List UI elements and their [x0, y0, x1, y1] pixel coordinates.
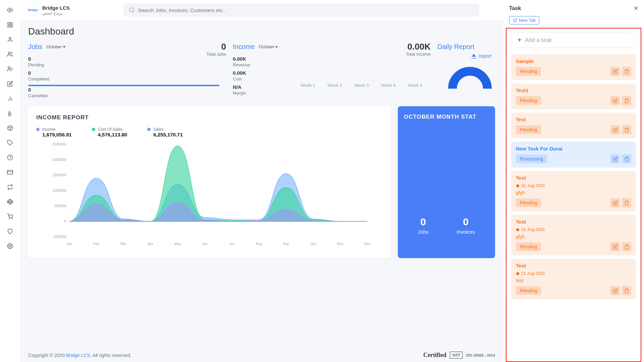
close-icon[interactable]: × — [634, 4, 638, 13]
chevron-down-icon: ▾ — [275, 44, 278, 49]
daily-report-title: Daily Report — [437, 43, 474, 51]
week-label: Week 5 — [408, 83, 422, 98]
income-report-card: INCOME REPORT Income1,679,056.91Cost Of … — [28, 106, 390, 258]
add-task-placeholder: Add a task — [525, 37, 552, 44]
brand-arabic: بريدج لسس — [42, 11, 70, 15]
brand[interactable]: Bridge Bridge LCS بريدج لسس — [27, 4, 70, 16]
task-desc: gfyh — [516, 190, 631, 195]
trash-icon — [624, 98, 629, 103]
task-title: Test — [516, 117, 631, 122]
grid-icon[interactable] — [6, 21, 14, 29]
chevron-down-icon: ▾ — [63, 44, 65, 49]
legend-name: Cost Of Sales — [98, 127, 123, 132]
svg-text:Apr: Apr — [148, 242, 153, 246]
delete-task-button[interactable] — [622, 96, 631, 105]
edit-icon — [613, 98, 618, 103]
edit-task-button[interactable] — [610, 125, 620, 134]
delete-task-button[interactable] — [622, 154, 631, 164]
jobs-month-dropdown[interactable]: October ▾ — [46, 44, 65, 49]
income-stat-label: Margin — [233, 90, 250, 96]
legend-dot — [92, 128, 95, 131]
add-task-input[interactable]: + Add a task — [511, 33, 636, 48]
shield-icon[interactable] — [6, 227, 14, 235]
cart-icon[interactable] — [6, 213, 14, 221]
user-plus-icon[interactable] — [6, 65, 14, 73]
daily-gauge: 0-3 — [448, 56, 492, 79]
task-card: Test 23, Aug 2020test Pending — [511, 259, 636, 299]
delete-task-button[interactable] — [622, 242, 631, 251]
svg-rect-1 — [8, 22, 9, 24]
users-icon[interactable] — [6, 50, 14, 58]
task-title: Test — [516, 175, 631, 181]
svg-point-56 — [516, 228, 519, 231]
footer: Copyright © 2020 Bridge LCS. All rights … — [28, 352, 495, 359]
delete-task-button[interactable] — [622, 286, 631, 295]
task-title: Test — [516, 263, 631, 268]
svg-line-54 — [515, 19, 517, 21]
page-title: Dashboard — [28, 26, 495, 37]
edit-task-button[interactable] — [610, 242, 620, 251]
svg-rect-3 — [11, 25, 12, 27]
edit-icon[interactable] — [6, 80, 14, 88]
edit-task-button[interactable] — [610, 286, 620, 295]
income-month-dropdown[interactable]: October ▾ — [259, 44, 278, 49]
week-label: Week 3 — [354, 83, 369, 98]
income-stat-value: 0.00K — [233, 56, 250, 62]
delete-task-button[interactable] — [622, 198, 631, 207]
svg-point-57 — [516, 272, 519, 275]
job-stat-value: 0 — [28, 87, 233, 93]
trash-icon — [624, 69, 629, 74]
codepen-icon[interactable] — [6, 198, 14, 206]
edit-task-button[interactable] — [610, 198, 620, 207]
brand-name: Bridge LCS — [42, 5, 70, 11]
task-title: Sample — [516, 58, 631, 64]
new-tab-button[interactable]: New Tab — [509, 16, 539, 24]
refresh-icon[interactable] — [6, 183, 14, 191]
jobs-total-label: Total Jobs — [206, 52, 226, 57]
chart-icon[interactable] — [6, 95, 14, 103]
search-input[interactable] — [138, 7, 474, 13]
search-box[interactable] — [123, 3, 479, 17]
income-title: Income — [233, 43, 255, 51]
svg-text:Oct: Oct — [310, 242, 316, 246]
trash-icon — [624, 127, 629, 132]
svg-text:Sep: Sep — [283, 242, 289, 246]
edit-icon — [613, 69, 618, 74]
edit-task-button[interactable] — [610, 96, 620, 105]
task-desc: test — [516, 278, 631, 283]
task-status-badge: Pending — [516, 286, 541, 295]
svg-point-6 — [8, 52, 10, 54]
main-content: Dashboard Jobs October ▾ 0 Total Jobs 0P… — [20, 20, 503, 362]
clock-icon[interactable] — [6, 154, 14, 162]
svg-text:Jul: Jul — [229, 242, 234, 246]
income-section: Income October ▾ 0.00K Total Income 0.00… — [233, 43, 437, 100]
eye-icon[interactable] — [6, 6, 14, 14]
svg-text:2000000: 2000000 — [52, 158, 66, 162]
search-icon — [129, 7, 135, 13]
svg-text:Jan: Jan — [66, 242, 72, 246]
month-stat-value: 0 — [418, 216, 429, 228]
legend-dot — [36, 128, 40, 131]
job-stat-label: Pending — [28, 62, 233, 67]
box-icon[interactable] — [6, 124, 14, 132]
task-date: 18, Aug 2020 — [516, 227, 631, 232]
month-stat-value: 0 — [457, 216, 475, 228]
edit-task-button[interactable] — [610, 67, 620, 76]
tag-icon[interactable] — [6, 139, 14, 147]
font-icon[interactable] — [6, 109, 14, 117]
user-icon[interactable] — [6, 36, 14, 44]
svg-text:Dec: Dec — [364, 242, 371, 246]
income-chart: -500000050000010000001500000200000025000… — [36, 141, 382, 249]
card-icon[interactable] — [6, 168, 14, 176]
certifications: Certified VAT ISO 25000 : 2014 — [423, 352, 495, 359]
new-tab-label: New Tab — [519, 18, 536, 23]
svg-point-5 — [9, 37, 11, 39]
daily-report-section: Daily Report Import 0-3 — [437, 43, 495, 100]
svg-text:2500000: 2500000 — [52, 142, 66, 146]
footer-brand-link[interactable]: Bridge LCS — [66, 353, 90, 358]
edit-task-button[interactable] — [610, 154, 620, 164]
delete-task-button[interactable] — [622, 67, 631, 76]
gear-icon[interactable] — [6, 242, 14, 250]
delete-task-button[interactable] — [622, 125, 631, 134]
edit-icon — [613, 200, 618, 205]
